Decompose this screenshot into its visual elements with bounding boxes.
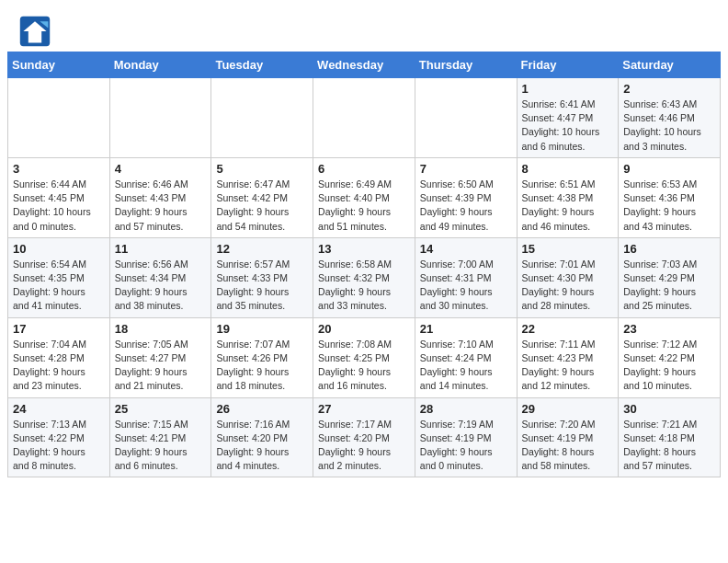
calendar-day: 11Sunrise: 6:56 AMSunset: 4:34 PMDayligh… bbox=[109, 237, 211, 317]
day-info: Sunrise: 7:10 AMSunset: 4:24 PMDaylight:… bbox=[420, 338, 512, 394]
day-number: 1 bbox=[522, 82, 614, 96]
day-info: Sunrise: 6:54 AMSunset: 4:35 PMDaylight:… bbox=[13, 258, 105, 314]
calendar-day: 22Sunrise: 7:11 AMSunset: 4:23 PMDayligh… bbox=[517, 317, 619, 397]
weekday-header: Friday bbox=[517, 52, 619, 78]
day-number: 3 bbox=[13, 162, 105, 176]
calendar-day: 13Sunrise: 6:58 AMSunset: 4:32 PMDayligh… bbox=[313, 237, 415, 317]
day-info: Sunrise: 7:11 AMSunset: 4:23 PMDaylight:… bbox=[522, 338, 614, 394]
calendar-body: 1Sunrise: 6:41 AMSunset: 4:47 PMDaylight… bbox=[8, 78, 721, 477]
day-number: 20 bbox=[318, 322, 410, 336]
calendar-day: 18Sunrise: 7:05 AMSunset: 4:27 PMDayligh… bbox=[109, 317, 211, 397]
day-info: Sunrise: 6:43 AMSunset: 4:46 PMDaylight:… bbox=[623, 98, 715, 154]
calendar-week: 1Sunrise: 6:41 AMSunset: 4:47 PMDaylight… bbox=[8, 78, 721, 158]
logo bbox=[18, 15, 55, 48]
day-number: 17 bbox=[13, 322, 105, 336]
day-number: 11 bbox=[115, 242, 207, 256]
day-info: Sunrise: 6:44 AMSunset: 4:45 PMDaylight:… bbox=[13, 178, 105, 234]
logo-icon bbox=[18, 15, 51, 48]
day-number: 26 bbox=[216, 402, 308, 416]
day-number: 28 bbox=[420, 402, 512, 416]
calendar-day: 29Sunrise: 7:20 AMSunset: 4:19 PMDayligh… bbox=[517, 397, 619, 477]
day-number: 18 bbox=[115, 322, 207, 336]
day-number: 7 bbox=[420, 162, 512, 176]
day-number: 4 bbox=[115, 162, 207, 176]
calendar-day bbox=[415, 78, 517, 158]
calendar-day: 21Sunrise: 7:10 AMSunset: 4:24 PMDayligh… bbox=[415, 317, 517, 397]
day-number: 30 bbox=[623, 402, 715, 416]
calendar-day bbox=[211, 78, 313, 158]
day-number: 8 bbox=[522, 162, 614, 176]
day-info: Sunrise: 6:46 AMSunset: 4:43 PMDaylight:… bbox=[115, 178, 207, 234]
calendar-header: SundayMondayTuesdayWednesdayThursdayFrid… bbox=[8, 52, 721, 78]
day-number: 15 bbox=[522, 242, 614, 256]
day-info: Sunrise: 7:05 AMSunset: 4:27 PMDaylight:… bbox=[115, 338, 207, 394]
day-info: Sunrise: 7:21 AMSunset: 4:18 PMDaylight:… bbox=[623, 418, 715, 474]
calendar-day: 14Sunrise: 7:00 AMSunset: 4:31 PMDayligh… bbox=[415, 237, 517, 317]
calendar-day: 15Sunrise: 7:01 AMSunset: 4:30 PMDayligh… bbox=[517, 237, 619, 317]
day-number: 9 bbox=[623, 162, 715, 176]
day-number: 5 bbox=[216, 162, 308, 176]
day-info: Sunrise: 6:57 AMSunset: 4:33 PMDaylight:… bbox=[216, 258, 308, 314]
calendar-day bbox=[313, 78, 415, 158]
day-info: Sunrise: 7:12 AMSunset: 4:22 PMDaylight:… bbox=[623, 338, 715, 394]
calendar-week: 17Sunrise: 7:04 AMSunset: 4:28 PMDayligh… bbox=[8, 317, 721, 397]
day-number: 25 bbox=[115, 402, 207, 416]
calendar-week: 3Sunrise: 6:44 AMSunset: 4:45 PMDaylight… bbox=[8, 157, 721, 237]
day-info: Sunrise: 7:08 AMSunset: 4:25 PMDaylight:… bbox=[318, 338, 410, 394]
calendar-day: 26Sunrise: 7:16 AMSunset: 4:20 PMDayligh… bbox=[211, 397, 313, 477]
day-info: Sunrise: 7:03 AMSunset: 4:29 PMDaylight:… bbox=[623, 258, 715, 314]
calendar-day: 2Sunrise: 6:43 AMSunset: 4:46 PMDaylight… bbox=[619, 78, 721, 158]
weekday-header: Thursday bbox=[415, 52, 517, 78]
day-number: 29 bbox=[522, 402, 614, 416]
day-number: 23 bbox=[623, 322, 715, 336]
day-info: Sunrise: 7:16 AMSunset: 4:20 PMDaylight:… bbox=[216, 418, 308, 474]
calendar-day: 23Sunrise: 7:12 AMSunset: 4:22 PMDayligh… bbox=[619, 317, 721, 397]
day-info: Sunrise: 7:00 AMSunset: 4:31 PMDaylight:… bbox=[420, 258, 512, 314]
day-number: 27 bbox=[318, 402, 410, 416]
calendar-day: 8Sunrise: 6:51 AMSunset: 4:38 PMDaylight… bbox=[517, 157, 619, 237]
calendar-day: 7Sunrise: 6:50 AMSunset: 4:39 PMDaylight… bbox=[415, 157, 517, 237]
calendar-day: 25Sunrise: 7:15 AMSunset: 4:21 PMDayligh… bbox=[109, 397, 211, 477]
day-number: 14 bbox=[420, 242, 512, 256]
day-number: 24 bbox=[13, 402, 105, 416]
day-number: 2 bbox=[623, 82, 715, 96]
day-info: Sunrise: 6:51 AMSunset: 4:38 PMDaylight:… bbox=[522, 178, 614, 234]
day-info: Sunrise: 6:41 AMSunset: 4:47 PMDaylight:… bbox=[522, 98, 614, 154]
day-info: Sunrise: 7:19 AMSunset: 4:19 PMDaylight:… bbox=[420, 418, 512, 474]
day-number: 16 bbox=[623, 242, 715, 256]
calendar-day: 24Sunrise: 7:13 AMSunset: 4:22 PMDayligh… bbox=[8, 397, 110, 477]
day-number: 10 bbox=[13, 242, 105, 256]
day-info: Sunrise: 6:58 AMSunset: 4:32 PMDaylight:… bbox=[318, 258, 410, 314]
calendar-day: 10Sunrise: 6:54 AMSunset: 4:35 PMDayligh… bbox=[8, 237, 110, 317]
calendar-week: 24Sunrise: 7:13 AMSunset: 4:22 PMDayligh… bbox=[8, 397, 721, 477]
calendar-day: 19Sunrise: 7:07 AMSunset: 4:26 PMDayligh… bbox=[211, 317, 313, 397]
day-info: Sunrise: 7:17 AMSunset: 4:20 PMDaylight:… bbox=[318, 418, 410, 474]
day-info: Sunrise: 7:01 AMSunset: 4:30 PMDaylight:… bbox=[522, 258, 614, 314]
day-info: Sunrise: 6:56 AMSunset: 4:34 PMDaylight:… bbox=[115, 258, 207, 314]
calendar-day: 9Sunrise: 6:53 AMSunset: 4:36 PMDaylight… bbox=[619, 157, 721, 237]
calendar-day: 28Sunrise: 7:19 AMSunset: 4:19 PMDayligh… bbox=[415, 397, 517, 477]
calendar-week: 10Sunrise: 6:54 AMSunset: 4:35 PMDayligh… bbox=[8, 237, 721, 317]
weekday-header: Sunday bbox=[8, 52, 110, 78]
day-info: Sunrise: 6:50 AMSunset: 4:39 PMDaylight:… bbox=[420, 178, 512, 234]
day-info: Sunrise: 6:53 AMSunset: 4:36 PMDaylight:… bbox=[623, 178, 715, 234]
day-number: 21 bbox=[420, 322, 512, 336]
weekday-header: Wednesday bbox=[313, 52, 415, 78]
calendar-day: 30Sunrise: 7:21 AMSunset: 4:18 PMDayligh… bbox=[619, 397, 721, 477]
calendar-day: 3Sunrise: 6:44 AMSunset: 4:45 PMDaylight… bbox=[8, 157, 110, 237]
day-info: Sunrise: 7:15 AMSunset: 4:21 PMDaylight:… bbox=[115, 418, 207, 474]
day-number: 19 bbox=[216, 322, 308, 336]
calendar-day: 20Sunrise: 7:08 AMSunset: 4:25 PMDayligh… bbox=[313, 317, 415, 397]
page-header bbox=[0, 0, 728, 52]
day-number: 22 bbox=[522, 322, 614, 336]
day-number: 6 bbox=[318, 162, 410, 176]
day-info: Sunrise: 7:13 AMSunset: 4:22 PMDaylight:… bbox=[13, 418, 105, 474]
calendar-day: 1Sunrise: 6:41 AMSunset: 4:47 PMDaylight… bbox=[517, 78, 619, 158]
day-info: Sunrise: 7:04 AMSunset: 4:28 PMDaylight:… bbox=[13, 338, 105, 394]
calendar-day bbox=[109, 78, 211, 158]
day-info: Sunrise: 7:20 AMSunset: 4:19 PMDaylight:… bbox=[522, 418, 614, 474]
calendar-day: 27Sunrise: 7:17 AMSunset: 4:20 PMDayligh… bbox=[313, 397, 415, 477]
weekday-header: Saturday bbox=[619, 52, 721, 78]
day-info: Sunrise: 6:49 AMSunset: 4:40 PMDaylight:… bbox=[318, 178, 410, 234]
calendar-day bbox=[8, 78, 110, 158]
